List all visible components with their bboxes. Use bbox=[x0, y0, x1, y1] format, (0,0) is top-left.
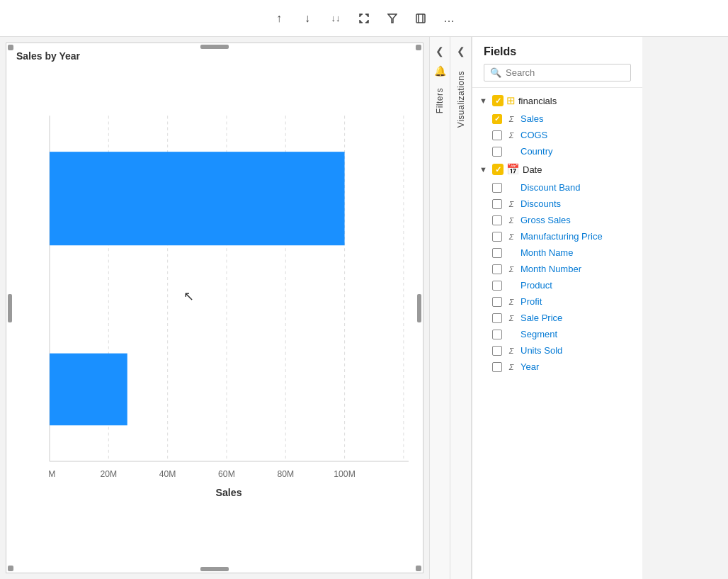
field-checkbox-cogs[interactable] bbox=[492, 130, 502, 140]
fields-panel: Fields 🔍 ▼ ⊞ financials bbox=[472, 37, 642, 579]
fit-page-button[interactable] bbox=[409, 7, 432, 30]
group-checkbox-date[interactable] bbox=[492, 164, 504, 175]
sort-desc-button[interactable]: ↓ bbox=[296, 7, 319, 30]
field-name-manufacturing-price: Manufacturing Price bbox=[521, 231, 603, 242]
chart-container: Sales by Year ↖ 2014 bbox=[6, 43, 423, 573]
field-name-country: Country bbox=[521, 146, 553, 157]
chevron-down-icon-date: ▼ bbox=[479, 165, 489, 174]
field-name-profit: Profit bbox=[521, 296, 542, 307]
svg-text:0M: 0M bbox=[49, 469, 55, 479]
sigma-icon-discounts: Σ bbox=[506, 200, 516, 208]
field-item-year[interactable]: Σ Year bbox=[472, 359, 642, 375]
field-item-month-number[interactable]: Σ Month Number bbox=[472, 261, 642, 277]
field-item-cogs[interactable]: Σ COGS bbox=[472, 127, 642, 143]
svg-text:Sales: Sales bbox=[215, 487, 241, 498]
field-item-sale-price[interactable]: Σ Sale Price bbox=[472, 310, 642, 326]
field-name-product: Product bbox=[521, 280, 552, 291]
sigma-icon-gross-sales: Σ bbox=[506, 216, 516, 225]
field-name-year: Year bbox=[521, 361, 539, 372]
sigma-icon-units-sold: Σ bbox=[506, 347, 516, 355]
sigma-icon-year: Σ bbox=[506, 363, 516, 371]
bar-2013[interactable] bbox=[50, 354, 127, 426]
field-name-gross-sales: Gross Sales bbox=[521, 215, 571, 225]
filters-bell-icon[interactable]: 🔔 bbox=[434, 65, 446, 77]
field-name-sale-price: Sale Price bbox=[521, 313, 562, 323]
svg-text:40M: 40M bbox=[159, 469, 176, 479]
sort-asc-button[interactable]: ↑ bbox=[268, 7, 290, 30]
field-item-product[interactable]: Product bbox=[472, 277, 642, 293]
field-checkbox-country[interactable] bbox=[492, 147, 502, 157]
more-options-button[interactable]: … bbox=[438, 7, 460, 30]
field-name-discount-band: Discount Band bbox=[521, 182, 581, 193]
sigma-icon-profit: Σ bbox=[506, 298, 516, 306]
filters-collapse-button[interactable]: ❮ bbox=[431, 43, 448, 60]
svg-text:60M: 60M bbox=[218, 469, 235, 479]
field-checkbox-discounts[interactable] bbox=[492, 199, 502, 209]
toolbar: ↑ ↓ ↓↓ … bbox=[0, 0, 728, 37]
group-header-financials[interactable]: ▼ ⊞ financials bbox=[472, 91, 642, 111]
fields-list: ▼ ⊞ financials Σ Sales Σ COGS bbox=[472, 88, 642, 579]
resize-handle-top-right[interactable] bbox=[416, 45, 421, 50]
filter-button[interactable] bbox=[381, 7, 404, 30]
field-item-units-sold[interactable]: Σ Units Sold bbox=[472, 342, 642, 359]
main-area: Sales by Year ↖ 2014 bbox=[0, 37, 728, 579]
field-item-sales[interactable]: Σ Sales bbox=[472, 111, 642, 127]
search-icon: 🔍 bbox=[490, 67, 501, 78]
svg-marker-0 bbox=[388, 14, 397, 23]
field-checkbox-product[interactable] bbox=[492, 281, 502, 291]
bar-2014[interactable] bbox=[50, 152, 345, 245]
field-checkbox-units-sold[interactable] bbox=[492, 346, 502, 356]
field-checkbox-year[interactable] bbox=[492, 362, 502, 372]
search-box[interactable]: 🔍 bbox=[484, 64, 631, 81]
field-item-month-name[interactable]: Month Name bbox=[472, 244, 642, 261]
field-item-country[interactable]: Country bbox=[472, 143, 642, 159]
field-name-sales: Sales bbox=[521, 113, 544, 124]
chart-svg: 2014 2013 0M 20M 40M 60M 80M 100M Sales … bbox=[49, 69, 409, 537]
field-name-cogs: COGS bbox=[521, 130, 547, 140]
sort-desc2-button[interactable]: ↓↓ bbox=[324, 7, 347, 30]
field-item-discount-band[interactable]: Discount Band bbox=[472, 179, 642, 196]
svg-text:80M: 80M bbox=[277, 469, 294, 479]
field-item-segment[interactable]: Segment bbox=[472, 326, 642, 342]
sigma-icon-month-number: Σ bbox=[506, 265, 516, 274]
sigma-icon-sale-price: Σ bbox=[506, 314, 516, 322]
field-item-profit[interactable]: Σ Profit bbox=[472, 293, 642, 310]
field-name-month-name: Month Name bbox=[521, 247, 573, 258]
field-name-segment: Segment bbox=[521, 329, 557, 339]
field-checkbox-month-number[interactable] bbox=[492, 264, 502, 274]
field-checkbox-discount-band[interactable] bbox=[492, 183, 502, 193]
viz-panel: ❮ Visualizations bbox=[450, 37, 472, 579]
svg-rect-1 bbox=[416, 14, 425, 23]
group-header-date[interactable]: ▼ 📅 Date bbox=[472, 159, 642, 179]
field-checkbox-manufacturing-price[interactable] bbox=[492, 232, 502, 242]
expand-button[interactable] bbox=[353, 7, 375, 30]
field-checkbox-gross-sales[interactable] bbox=[492, 215, 502, 225]
field-checkbox-sale-price[interactable] bbox=[492, 313, 502, 323]
resize-handle-top[interactable] bbox=[200, 45, 229, 49]
field-name-units-sold: Units Sold bbox=[521, 345, 562, 356]
search-input[interactable] bbox=[506, 67, 625, 78]
field-item-manufacturing-price[interactable]: Σ Manufacturing Price bbox=[472, 228, 642, 244]
svg-text:100M: 100M bbox=[334, 469, 356, 479]
fields-header: Fields 🔍 bbox=[472, 37, 642, 88]
field-item-gross-sales[interactable]: Σ Gross Sales bbox=[472, 212, 642, 228]
field-checkbox-sales[interactable] bbox=[492, 114, 502, 124]
field-checkbox-segment[interactable] bbox=[492, 330, 502, 339]
resize-handle-top-left[interactable] bbox=[8, 45, 13, 50]
table-icon-date: 📅 bbox=[506, 163, 520, 176]
chart-body: ↖ 2014 2013 bbox=[6, 62, 423, 573]
svg-text:20M: 20M bbox=[100, 469, 117, 479]
filters-panel: ❮ 🔔 Filters bbox=[429, 37, 450, 579]
table-group-date: ▼ 📅 Date Discount Band Σ Discounts bbox=[472, 159, 642, 375]
filters-label[interactable]: Filters bbox=[435, 88, 445, 113]
field-item-discounts[interactable]: Σ Discounts bbox=[472, 196, 642, 212]
field-checkbox-month-name[interactable] bbox=[492, 248, 502, 258]
viz-label[interactable]: Visualizations bbox=[456, 71, 466, 128]
group-name-financials: financials bbox=[518, 96, 557, 106]
table-group-financials: ▼ ⊞ financials Σ Sales Σ COGS bbox=[472, 91, 642, 159]
chevron-down-icon-financials: ▼ bbox=[479, 96, 489, 105]
field-name-month-number: Month Number bbox=[521, 264, 581, 274]
field-checkbox-profit[interactable] bbox=[492, 297, 502, 307]
group-checkbox-financials[interactable] bbox=[492, 95, 504, 106]
viz-collapse-button[interactable]: ❮ bbox=[453, 43, 470, 60]
